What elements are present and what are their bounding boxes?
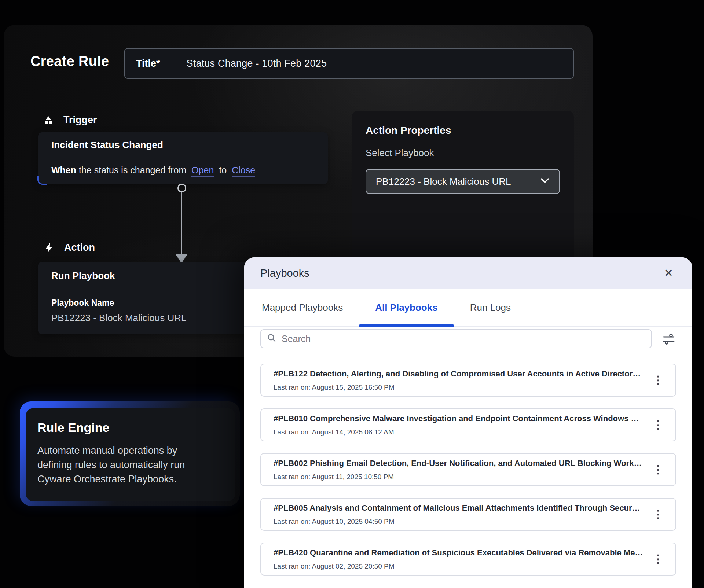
lightning-bolt-icon — [44, 242, 55, 253]
rule-title-value[interactable]: Status Change - 10th Feb 2025 — [187, 58, 327, 69]
chevron-down-icon — [540, 177, 550, 185]
playbooks-modal: Playbooks ✕ Mapped Playbooks All Playboo… — [244, 257, 692, 588]
to-word: to — [219, 165, 227, 175]
connector-line — [181, 192, 182, 254]
condition-sentence: the status is changed from — [79, 165, 186, 175]
shapes-icon — [43, 115, 54, 126]
rule-engine-card: Rule Engine Automate manual operations b… — [20, 401, 240, 506]
connector-start-node — [177, 184, 186, 192]
playbook-item-last-run: Last ran on: August 02, 2025 20:50 PM — [274, 562, 643, 570]
status-to-link[interactable]: Close — [232, 165, 255, 177]
playbook-item-last-run: Last ran on: August 10, 2025 04:50 PM — [274, 518, 643, 526]
playbook-item-last-run: Last ran on: August 15, 2025 16:50 PM — [274, 383, 643, 392]
playbook-list-item[interactable]: #PLB002 Phishing Email Detection, End-Us… — [260, 453, 676, 486]
kebab-menu-icon[interactable]: ⋮ — [650, 552, 667, 566]
playbook-select-dropdown[interactable]: PB12223 - Block Malicious URL — [366, 169, 560, 194]
status-from-link[interactable]: Open — [191, 165, 214, 177]
playbook-item-last-run: Last ran on: August 11, 2025 10:50 PM — [274, 473, 643, 481]
playbooks-tab-bar: Mapped Playbooks All Playbooks Run Logs — [244, 289, 692, 327]
playbook-item-title: #PLB010 Comprehensive Malware Investigat… — [274, 414, 643, 423]
playbook-list-item[interactable]: #PLB122 Detection, Alerting, and Disabli… — [260, 364, 676, 397]
playbook-search-box[interactable] — [260, 329, 652, 348]
playbook-item-title: #PLB420 Quarantine and Remediation of Su… — [274, 548, 643, 558]
tab-mapped-playbooks[interactable]: Mapped Playbooks — [246, 289, 359, 326]
playbooks-modal-header: Playbooks ✕ — [244, 257, 692, 289]
tab-run-logs[interactable]: Run Logs — [454, 289, 527, 326]
trigger-section-header: Trigger — [43, 114, 97, 126]
kebab-menu-icon[interactable]: ⋮ — [650, 463, 667, 477]
action-properties-title: Action Properties — [352, 111, 574, 136]
filter-sliders-icon[interactable] — [661, 331, 676, 346]
search-input[interactable] — [281, 333, 645, 345]
close-icon[interactable]: ✕ — [664, 268, 673, 279]
trigger-condition-text: When the status is changed fromOpentoClo… — [38, 158, 328, 176]
playbook-item-title: #PLB005 Analysis and Containment of Mali… — [274, 503, 643, 513]
playbook-item-title: #PLB002 Phishing Email Detection, End-Us… — [274, 459, 643, 468]
rule-title-field[interactable]: Title* Status Change - 10th Feb 2025 — [124, 48, 574, 79]
playbook-list-item[interactable]: #PLB010 Comprehensive Malware Investigat… — [260, 408, 676, 441]
trigger-node-card[interactable]: Incident Status Changed When the status … — [38, 132, 328, 184]
action-section-header: Action — [44, 242, 95, 253]
kebab-menu-icon[interactable]: ⋮ — [650, 418, 667, 432]
playbook-list-item[interactable]: #PLB420 Quarantine and Remediation of Su… — [260, 543, 676, 576]
rule-engine-description: Automate manual operations by defining r… — [37, 444, 210, 486]
when-label: When — [51, 165, 76, 175]
tab-all-playbooks[interactable]: All Playbooks — [359, 289, 454, 326]
search-icon — [267, 333, 276, 344]
playbook-item-title: #PLB122 Detection, Alerting, and Disabli… — [274, 369, 643, 379]
playbook-list: #PLB122 Detection, Alerting, and Disabli… — [260, 364, 676, 576]
playbooks-modal-title: Playbooks — [260, 267, 309, 279]
playbook-selected-option: PB12223 - Block Malicious URL — [376, 176, 511, 187]
action-properties-panel: Action Properties Select Playbook PB1222… — [352, 111, 574, 272]
page-title: Create Rule — [30, 54, 109, 69]
action-section-label: Action — [64, 242, 95, 253]
rule-engine-title: Rule Engine — [37, 420, 224, 435]
select-playbook-label: Select Playbook — [352, 136, 574, 159]
rule-title-label: Title* — [136, 58, 160, 69]
kebab-menu-icon[interactable]: ⋮ — [650, 373, 667, 387]
trigger-section-label: Trigger — [63, 114, 97, 126]
trigger-card-title: Incident Status Changed — [38, 132, 328, 158]
playbook-item-last-run: Last ran on: August 14, 2025 08:12 AM — [274, 428, 643, 436]
playbook-list-item[interactable]: #PLB005 Analysis and Containment of Mali… — [260, 498, 676, 531]
kebab-menu-icon[interactable]: ⋮ — [650, 507, 667, 521]
